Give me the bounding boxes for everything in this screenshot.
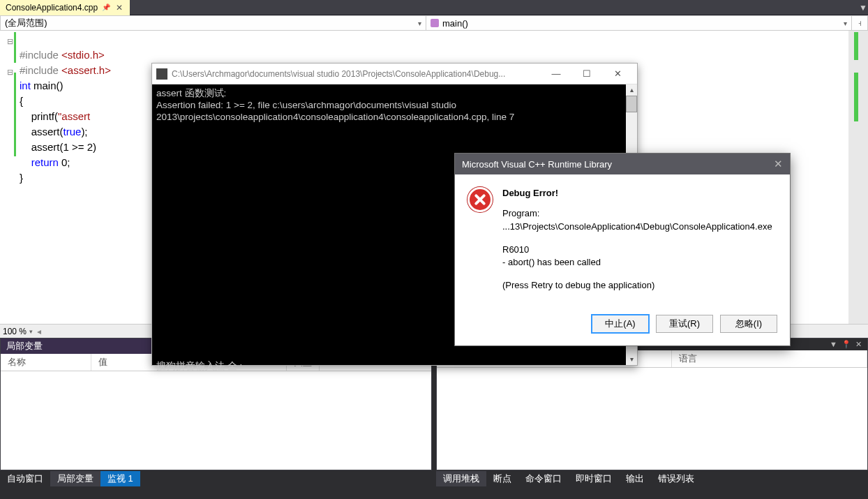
ime-status: 搜狗拼音输入法 全 : [156,361,242,371]
runtime-error-dialog[interactable]: Microsoft Visual C++ Runtime Library ✕ D… [454,153,791,346]
dialog-button-row: 中止(A) 重试(R) 忽略(I) [455,308,790,345]
function-dropdown[interactable]: main() ▾ [426,16,852,30]
right-tabstrip: 调用堆栈 断点 命令窗口 即时窗口 输出 错误列表 [436,470,868,486]
retry-button[interactable]: 重试(R) [656,315,713,333]
file-tab-label: ConsoleApplication4.cpp [6,3,98,13]
zoom-level[interactable]: 100 % [3,327,27,336]
file-tab-active[interactable]: ConsoleApplication4.cpp 📌 ✕ [0,0,130,15]
tab-locals[interactable]: 局部变量 [50,471,100,486]
navigation-bar: (全局范围) ▾ main() ▾ ⫞ [0,15,868,31]
tab-dropdown-icon[interactable]: ▼ [858,3,868,13]
panel-title-label: 局部变量 [6,340,43,352]
console-title: C:\Users\Archmagor\documents\visual stud… [172,69,505,79]
scroll-up-icon[interactable]: ▴ [626,84,637,96]
dropdown-icon[interactable]: ▼ [830,340,837,349]
function-label: main() [442,18,468,29]
locals-body[interactable] [1,371,431,470]
scope-label: (全局范围) [5,17,47,29]
fold-icon[interactable]: ⊟ [7,64,13,80]
split-view-icon[interactable]: ⫞ [852,16,867,30]
scroll-left-icon[interactable]: ◂ [37,327,41,336]
right-body[interactable] [437,368,867,470]
tab-errorlist[interactable]: 错误列表 [651,471,701,486]
chevron-down-icon: ▾ [418,20,421,27]
scroll-down-icon[interactable]: ▾ [626,354,637,365]
dialog-message: Debug Error! Program:...13\Projects\Cons… [502,187,772,302]
tab-autos[interactable]: 自动窗口 [0,471,50,486]
chevron-down-icon: ▾ [844,20,847,27]
dialog-title-label: Microsoft Visual C++ Runtime Library [462,159,612,170]
close-icon[interactable]: ✕ [774,158,783,170]
left-tabstrip: 自动窗口 局部变量 监视 1 [0,470,432,486]
error-icon [467,187,493,212]
console-titlebar[interactable]: C:\Users\Archmagor\documents\visual stud… [152,64,637,84]
column-header[interactable]: 语言 [672,350,867,367]
tab-command[interactable]: 命令窗口 [518,471,569,486]
tab-callstack[interactable]: 调用堆栈 [436,471,486,486]
ignore-button[interactable]: 忽略(I) [720,315,777,333]
maximize-icon[interactable]: ☐ [571,68,602,79]
abort-button[interactable]: 中止(A) [592,315,649,333]
tab-immediate[interactable]: 即时窗口 [569,471,619,486]
tab-output[interactable]: 输出 [619,471,651,486]
close-icon[interactable]: ✕ [855,340,862,349]
app-icon [156,68,167,80]
tab-watch1[interactable]: 监视 1 [100,471,140,486]
column-header[interactable]: 名称 [1,354,91,371]
overview-ruler[interactable] [848,31,858,324]
minimize-icon[interactable]: — [541,68,571,79]
close-icon[interactable]: ✕ [114,3,124,13]
close-icon[interactable]: ✕ [602,68,633,79]
scope-dropdown[interactable]: (全局范围) ▾ [1,16,426,30]
pin-icon[interactable]: 📍 [841,340,851,349]
scrollbar-thumb[interactable] [626,96,637,112]
dialog-heading: Debug Error! [502,187,772,200]
pin-icon[interactable]: 📌 [102,3,110,11]
chevron-down-icon[interactable]: ▾ [29,328,33,335]
fold-icon[interactable]: ⊟ [7,33,13,49]
tab-breakpoints[interactable]: 断点 [486,471,518,486]
dialog-titlebar[interactable]: Microsoft Visual C++ Runtime Library ✕ [455,154,790,174]
editor-tab-row: ConsoleApplication4.cpp 📌 ✕ ▼ [0,0,868,15]
